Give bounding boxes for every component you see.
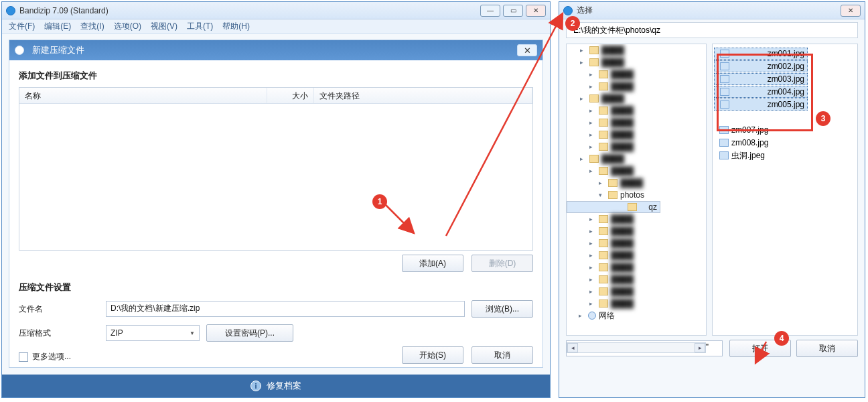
tree-horizontal-scrollbar[interactable]: ◂ ▸ bbox=[567, 342, 706, 353]
tree-label-photos: photos bbox=[620, 190, 644, 200]
menu-tools[interactable]: 工具(T) bbox=[187, 21, 213, 32]
add-button[interactable]: 添加(A) bbox=[402, 255, 463, 272]
image-file-icon bbox=[719, 139, 729, 147]
annotation-dot-2: 2 bbox=[565, 16, 580, 31]
bandizip-window: Bandizip 7.09 (Standard) — ▭ ✕ 文件(F) 编辑(… bbox=[1, 1, 551, 398]
tree-row-blurred[interactable]: ▸████ bbox=[567, 92, 706, 105]
picker-close-button[interactable]: ✕ bbox=[841, 5, 861, 17]
panel-title-bar: 新建压缩文件 ✕ bbox=[9, 40, 542, 60]
path-bar[interactable]: E:\我的文件柜\photos\qz bbox=[566, 22, 858, 38]
more-options-checkbox[interactable] bbox=[19, 352, 28, 362]
tree-row-blurred[interactable]: ▸████ bbox=[567, 56, 706, 68]
format-select[interactable]: ZIP ▼ bbox=[106, 325, 200, 341]
tree-row-blurred[interactable]: ▸████ bbox=[567, 213, 706, 225]
tree-item-qz[interactable]: qz bbox=[567, 201, 660, 213]
annotation-box-3 bbox=[717, 54, 813, 131]
tree-row-blurred[interactable]: ▸████ bbox=[567, 285, 706, 297]
folder-tree[interactable]: ▸████▸████▸████▸████▸████▸████▸████▸████… bbox=[566, 44, 707, 336]
file-name-label: 虫洞.jpeg bbox=[731, 150, 765, 161]
tree-row-blurred[interactable]: ▸████ bbox=[567, 117, 706, 129]
statusbar-text: 修复档案 bbox=[267, 380, 301, 392]
close-button[interactable]: ✕ bbox=[526, 5, 546, 17]
tree-row-blurred[interactable]: ▸████ bbox=[567, 165, 706, 177]
menu-file[interactable]: 文件(F) bbox=[9, 21, 35, 32]
panel-title: 新建压缩文件 bbox=[32, 44, 84, 56]
tree-row-blurred[interactable]: ▸████ bbox=[567, 237, 706, 249]
format-value: ZIP bbox=[111, 328, 123, 338]
panel-close-button[interactable]: ✕ bbox=[517, 44, 537, 56]
tree-row-blurred[interactable]: ▸████ bbox=[567, 273, 706, 285]
status-bar[interactable]: i 修复档案 bbox=[2, 375, 550, 397]
menu-help[interactable]: 帮助(H) bbox=[222, 21, 250, 32]
bandizip-icon bbox=[6, 6, 15, 15]
filename-input[interactable]: D:\我的文档\新建压缩.zip bbox=[106, 301, 465, 317]
file-item[interactable]: 虫洞.jpeg bbox=[714, 149, 856, 161]
file-list-header: 名称 大小 文件夹路径 bbox=[19, 88, 532, 104]
scroll-right-icon[interactable]: ▸ bbox=[695, 343, 705, 352]
tree-item-photos[interactable]: ▾photos bbox=[567, 189, 706, 201]
tree-row-blurred[interactable]: ▸████ bbox=[567, 249, 706, 261]
title-bar[interactable]: Bandizip 7.09 (Standard) — ▭ ✕ bbox=[2, 2, 550, 19]
tree-row-blurred[interactable]: ▸████ bbox=[567, 129, 706, 141]
maximize-button[interactable]: ▭ bbox=[503, 5, 523, 17]
more-options-label: 更多选项... bbox=[32, 351, 71, 362]
set-password-button[interactable]: 设置密码(P)... bbox=[206, 324, 293, 342]
tree-row-blurred[interactable]: ▸████ bbox=[567, 141, 706, 153]
scroll-left-icon[interactable]: ◂ bbox=[567, 343, 578, 352]
image-file-icon bbox=[719, 151, 729, 159]
format-label: 压缩格式 bbox=[19, 328, 99, 339]
picker-cancel-button[interactable]: 取消 bbox=[796, 340, 858, 357]
annotation-dot-3: 3 bbox=[816, 111, 830, 126]
filename-label: 文件名 bbox=[19, 304, 99, 315]
settings-heading: 压缩文件设置 bbox=[19, 281, 533, 293]
tree-row-blurred[interactable]: ▸████ bbox=[567, 261, 706, 273]
file-item[interactable]: zm008.jpg bbox=[714, 137, 856, 149]
delete-button[interactable]: 删除(D) bbox=[472, 255, 533, 272]
tree-row-blurred[interactable]: ▸████ bbox=[567, 177, 706, 189]
menu-find[interactable]: 查找(I) bbox=[80, 21, 104, 32]
col-size[interactable]: 大小 bbox=[267, 88, 314, 103]
menu-view[interactable]: 视图(V) bbox=[151, 21, 177, 32]
cancel-button[interactable]: 取消 bbox=[472, 346, 533, 364]
panel-icon bbox=[15, 46, 24, 55]
tree-row-blurred[interactable]: ▸████ bbox=[567, 68, 706, 80]
tree-item-network[interactable]: ▸网络 bbox=[567, 310, 706, 322]
tree-label-qz: qz bbox=[648, 202, 657, 212]
tree-row-blurred[interactable]: ▸████ bbox=[567, 225, 706, 237]
tree-row-blurred[interactable]: ▸████ bbox=[567, 105, 706, 117]
menu-edit[interactable]: 编辑(E) bbox=[44, 21, 71, 32]
col-name[interactable]: 名称 bbox=[19, 88, 267, 103]
picker-title-bar[interactable]: 选择 ✕ bbox=[559, 2, 865, 19]
tree-row-blurred[interactable]: ▸████ bbox=[567, 153, 706, 165]
annotation-dot-1: 1 bbox=[372, 194, 387, 209]
new-archive-panel: 新建压缩文件 ✕ 添加文件到压缩文件 名称 大小 文件夹路径 添加(A) 删除(… bbox=[9, 40, 543, 368]
tree-row-blurred[interactable]: ▸████ bbox=[567, 297, 706, 310]
start-button[interactable]: 开始(S) bbox=[402, 346, 463, 364]
chevron-down-icon: ▼ bbox=[190, 330, 195, 336]
file-name-label: zm008.jpg bbox=[731, 138, 768, 147]
tree-row-blurred[interactable]: ▸████ bbox=[567, 80, 706, 92]
window-title: Bandizip 7.09 (Standard) bbox=[19, 6, 108, 15]
browse-button[interactable]: 浏览(B)... bbox=[472, 300, 533, 318]
menu-bar: 文件(F) 编辑(E) 查找(I) 选项(O) 视图(V) 工具(T) 帮助(H… bbox=[2, 19, 550, 34]
minimize-button[interactable]: — bbox=[480, 5, 500, 17]
col-path[interactable]: 文件夹路径 bbox=[314, 88, 532, 103]
file-list: 名称 大小 文件夹路径 bbox=[19, 87, 533, 251]
add-files-heading: 添加文件到压缩文件 bbox=[19, 70, 533, 82]
file-picker-window: 选择 ✕ E:\我的文件柜\photos\qz ▸████▸████▸████▸… bbox=[559, 1, 865, 398]
menu-options[interactable]: 选项(O) bbox=[114, 21, 141, 32]
picker-title: 选择 bbox=[577, 5, 593, 16]
tree-row-blurred[interactable]: ▸████ bbox=[567, 44, 706, 56]
picker-icon bbox=[563, 6, 573, 15]
info-icon: i bbox=[250, 381, 261, 391]
annotation-dot-4: 4 bbox=[774, 331, 789, 346]
